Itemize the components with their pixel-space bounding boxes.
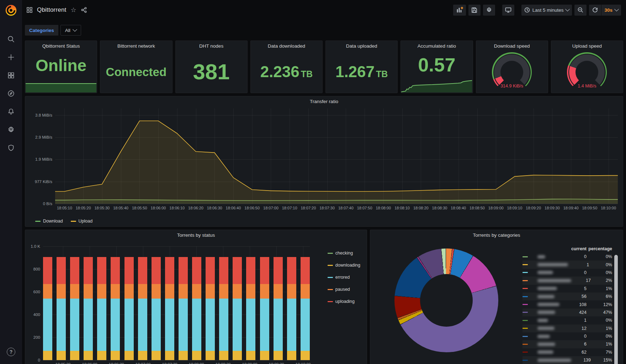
dashboards-icon[interactable] — [7, 71, 15, 80]
share-icon[interactable] — [81, 7, 87, 13]
bar-segment-errored — [84, 299, 93, 351]
legend-item-checking[interactable]: checking — [328, 251, 360, 256]
table-row[interactable]: 00% — [522, 253, 612, 261]
shield-icon[interactable] — [7, 144, 15, 152]
categories-variable-dropdown[interactable]: All — [60, 25, 81, 36]
row-color-dash — [522, 320, 528, 321]
panel-title-torrents-by-status[interactable]: Torrents by status — [25, 230, 367, 240]
stat-panel-title[interactable]: Download speed — [476, 41, 548, 51]
table-row[interactable]: 13915% — [522, 356, 612, 364]
stat-panel-title[interactable]: Data downloaded — [251, 41, 322, 51]
legend-item-uploading[interactable]: uploading — [328, 299, 360, 304]
categories-table: currentpercentage00%10%00%172%51%566%108… — [522, 245, 612, 364]
stacked-bar[interactable] — [70, 246, 79, 360]
refresh-interval-picker[interactable]: 30s — [601, 5, 621, 16]
x-axis-label: 18:08:30 — [432, 206, 447, 210]
stat-panel-title[interactable]: Data uploaded — [326, 41, 397, 51]
alerting-bell-icon[interactable] — [7, 107, 15, 116]
panel-title-transfer-ratio[interactable]: Transfer ratio — [25, 96, 623, 106]
row-color-dash — [522, 344, 528, 345]
x-axis-label: 18:09:30 — [545, 206, 560, 210]
table-row[interactable]: 627% — [522, 348, 612, 356]
dashboard-settings-button[interactable] — [483, 5, 495, 16]
stat-panel-title[interactable]: DHT nodes — [176, 41, 247, 51]
transfer-ratio-panel: Transfer ratio 0 B/s977 KiB/s1.9 MiB/s2.… — [25, 96, 623, 227]
stat-panel-title[interactable]: Qbittorrent Status — [25, 41, 97, 51]
table-row[interactable]: 121% — [522, 325, 612, 332]
stacked-bar[interactable] — [124, 246, 134, 360]
table-row[interactable]: 10% — [522, 261, 612, 268]
table-row[interactable]: 61% — [522, 340, 612, 348]
stat-panel-title[interactable]: Upload speed — [551, 41, 623, 51]
plus-icon[interactable] — [7, 53, 15, 61]
stacked-bar[interactable] — [97, 246, 106, 360]
stacked-bar[interactable] — [152, 246, 161, 360]
table-row[interactable]: 00% — [522, 332, 612, 340]
table-row[interactable]: 172% — [522, 277, 612, 284]
add-panel-button[interactable] — [453, 5, 466, 16]
table-row[interactable]: 10812% — [522, 300, 612, 308]
torrents-by-categories-panel: Torrents by categories currentpercentage… — [370, 230, 623, 364]
star-icon[interactable]: ☆ — [71, 6, 76, 14]
bar-segment-uploading — [43, 257, 52, 284]
stacked-bar[interactable] — [260, 246, 269, 360]
stacked-bar[interactable] — [111, 246, 120, 360]
stat-panel-7: Upload speed1.4 MiB/s — [551, 41, 623, 93]
stacked-bar[interactable] — [179, 246, 188, 360]
legend-item-download[interactable]: Download — [35, 219, 63, 224]
legend-item-upload[interactable]: Upload — [71, 219, 93, 224]
stacked-bar[interactable] — [301, 246, 310, 360]
legend-item-paused[interactable]: paused — [328, 287, 360, 292]
table-row[interactable]: 51% — [522, 285, 612, 293]
dashboard-grid-icon[interactable] — [26, 7, 33, 13]
grafana-logo[interactable] — [0, 0, 22, 20]
stacked-bar[interactable] — [57, 246, 66, 360]
settings-gear-icon[interactable] — [7, 125, 15, 134]
table-row[interactable]: 42447% — [522, 309, 612, 316]
row-percentage-value: 7% — [587, 350, 612, 355]
legend-item-errored[interactable]: errored — [328, 275, 360, 280]
categories-donut-chart[interactable] — [394, 248, 498, 352]
stat-panel-title[interactable]: Bittorrent network — [100, 41, 172, 51]
cycle-view-mode-button[interactable] — [502, 5, 514, 16]
x-axis-label: 18:06:00 — [151, 206, 166, 210]
categories-table-scrollbar[interactable] — [614, 255, 618, 364]
bar-segment-uploading — [246, 257, 255, 284]
search-icon[interactable] — [7, 35, 15, 43]
column-header-current[interactable]: current — [563, 246, 587, 251]
transfer-ratio-plot[interactable]: 0 B/s977 KiB/s1.9 MiB/s2.9 MiB/s3.8 MiB/… — [55, 108, 618, 204]
stacked-bar[interactable] — [233, 246, 242, 360]
table-row[interactable]: 566% — [522, 293, 612, 300]
stacked-bar[interactable] — [219, 246, 228, 360]
stacked-bar[interactable] — [274, 246, 283, 360]
stacked-bar[interactable] — [206, 246, 215, 360]
stacked-bar[interactable] — [138, 246, 147, 360]
explore-compass-icon[interactable] — [7, 89, 15, 98]
column-header-percentage[interactable]: percentage — [587, 246, 612, 251]
bar-segment-uploading — [260, 257, 269, 284]
stacked-bar[interactable] — [192, 246, 201, 360]
row-label-redacted — [537, 311, 563, 314]
help-icon[interactable]: ? — [7, 348, 15, 356]
table-row[interactable]: 00% — [522, 269, 612, 277]
stacked-bar[interactable] — [84, 246, 93, 360]
save-dashboard-button[interactable] — [468, 5, 481, 16]
table-row[interactable]: 10% — [522, 316, 612, 324]
torrents-by-status-plot[interactable]: 02004006008001.0 K18:05:3018:06:0018:06:… — [43, 246, 310, 360]
stacked-bar[interactable] — [43, 246, 52, 360]
time-range-picker[interactable]: Last 5 minutes — [521, 5, 572, 16]
bar-segment-paused — [219, 284, 228, 299]
stacked-bar[interactable] — [246, 246, 255, 360]
refresh-button[interactable] — [589, 5, 601, 16]
panel-title-torrents-by-categories[interactable]: Torrents by categories — [370, 230, 623, 240]
legend-item-downloading[interactable]: downloading — [328, 263, 360, 268]
dashboard-title[interactable]: Qbittorrent — [37, 6, 67, 14]
zoom-out-time-button[interactable] — [574, 5, 587, 16]
stat-panel-title[interactable]: Accumulated ratio — [401, 41, 472, 51]
stacked-bar[interactable] — [287, 246, 296, 360]
bar-segment-paused — [179, 284, 188, 299]
stacked-bar[interactable] — [165, 246, 174, 360]
bar-segment-paused — [43, 284, 52, 299]
y-axis-label: 0 — [26, 358, 40, 362]
categories-variable-label[interactable]: Categories — [25, 25, 58, 36]
